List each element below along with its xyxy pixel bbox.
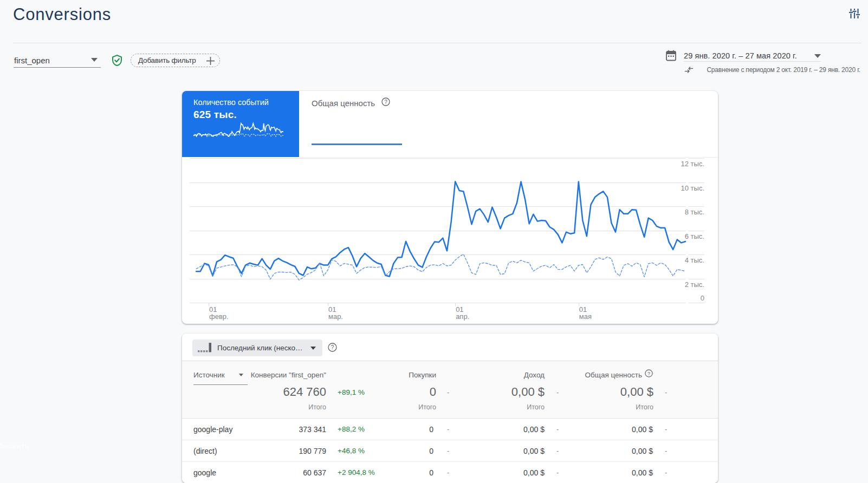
date-range-picker[interactable]: 29 янв. 2020 г. – 27 мая 2020 г. xyxy=(684,51,821,62)
column-header-conversions[interactable]: Конверсии "first_open" xyxy=(250,371,326,379)
chevron-down-icon xyxy=(239,374,243,376)
svg-text:?: ? xyxy=(647,370,650,376)
table-row[interactable]: google-play373 341+88,2 %0-0,00 $-0,00 $… xyxy=(182,419,718,440)
page-title: Conversions xyxy=(13,5,111,24)
customize-report-button[interactable] xyxy=(847,6,862,21)
row-total_value: 0,00 $ xyxy=(572,447,653,455)
svg-text:12 тыс.: 12 тыс. xyxy=(681,160,704,168)
svg-text:?: ? xyxy=(331,344,334,350)
total-total-value: 0,00 $ xyxy=(599,385,653,399)
column-header-total-value[interactable]: Общая ценность xyxy=(566,371,642,379)
add-filter-label: Добавить фильтр xyxy=(138,56,196,64)
tune-icon xyxy=(847,6,862,21)
table-row[interactable]: google60 637+2 904,8 %0-0,00 $-0,00 $- xyxy=(182,462,718,483)
row-revenue: 0,00 $ xyxy=(463,447,545,455)
row-purchases: 0 xyxy=(352,468,433,477)
tab-event-count[interactable]: Количество событий 625 тыс. xyxy=(182,91,299,157)
svg-text:4 тыс.: 4 тыс. xyxy=(685,256,704,264)
row-revenue: 0,00 $ xyxy=(463,468,545,477)
row-conversions: 373 341 xyxy=(245,425,326,434)
svg-text:мая: мая xyxy=(579,312,592,321)
row-source: google-play xyxy=(193,425,232,434)
row-purchases_delta: - xyxy=(447,447,449,455)
column-header-revenue[interactable]: Доход xyxy=(490,371,545,379)
help-icon[interactable]: ? xyxy=(328,343,337,352)
svg-text:8 тыс.: 8 тыс. xyxy=(685,208,704,216)
svg-text:февр.: февр. xyxy=(209,312,229,321)
column-header-purchases[interactable]: Покупки xyxy=(382,371,436,379)
total-revenue: 0,00 $ xyxy=(490,385,545,399)
plus-icon xyxy=(206,56,215,66)
svg-text:мар.: мар. xyxy=(328,312,343,321)
total-purchases: 0 xyxy=(382,385,436,399)
svg-text:10 тыс.: 10 тыс. xyxy=(681,184,704,192)
svg-text:2 тыс.: 2 тыс. xyxy=(685,280,704,289)
svg-text:?: ? xyxy=(384,99,387,105)
row-revenue_delta: - xyxy=(556,468,559,477)
compare-period-text: Сравнение с периодом 2 окт. 2019 г. – 29… xyxy=(707,66,860,74)
event-select-value: first_open xyxy=(14,56,50,65)
row-purchases_delta: - xyxy=(447,425,449,433)
total-conversions: 624 760 xyxy=(245,385,326,399)
total-revenue-delta: - xyxy=(556,388,559,396)
row-purchases_delta: - xyxy=(447,468,449,477)
svg-text:апр.: апр. xyxy=(456,312,469,321)
row-total_value: 0,00 $ xyxy=(572,468,653,477)
row-revenue_delta: - xyxy=(556,425,559,433)
row-revenue_delta: - xyxy=(556,447,559,455)
total-conversions-delta: +89,1 % xyxy=(338,388,365,396)
attribution-model-dropdown[interactable]: Последний клик (неско… xyxy=(192,340,322,356)
help-icon[interactable]: ? xyxy=(381,97,390,106)
attribution-model-value: Последний клик (неско… xyxy=(217,344,303,352)
add-filter-button[interactable]: Добавить фильтр xyxy=(131,54,220,67)
chevron-down-icon xyxy=(91,58,98,62)
row-conversions: 190 779 xyxy=(245,447,326,455)
sources-table-card: Последний клик (неско… ? Источник Конвер… xyxy=(182,334,718,483)
chevron-down-icon xyxy=(310,347,316,350)
total-purchases-delta: - xyxy=(447,388,449,396)
header-divider xyxy=(13,43,861,43)
table-header-totals: Источник Конверсии "first_open" Покупки … xyxy=(182,361,718,418)
tab-total-value[interactable]: Общая ценность ? xyxy=(299,91,428,157)
row-total_value_delta: - xyxy=(665,468,667,477)
compare-arrows-icon xyxy=(684,66,695,73)
row-total_value: 0,00 $ xyxy=(572,425,653,434)
timeseries-chart-card: Количество событий 625 тыс. Общая ценнос… xyxy=(182,91,718,324)
svg-text:6 тыс.: 6 тыс. xyxy=(685,232,704,240)
row-revenue: 0,00 $ xyxy=(463,425,545,434)
row-total_value_delta: - xyxy=(665,447,667,455)
event-select[interactable]: first_open xyxy=(14,51,101,68)
calendar-icon xyxy=(666,50,676,61)
help-icon[interactable]: ? xyxy=(645,369,653,377)
table-row[interactable]: (direct)190 779+46,8 %0-0,00 $-0,00 $- xyxy=(182,440,718,462)
row-purchases: 0 xyxy=(352,425,433,434)
ghost-refresh-button[interactable]: Обновить xyxy=(0,442,29,450)
svg-text:0: 0 xyxy=(701,294,704,302)
date-range-value: 29 янв. 2020 г. – 27 мая 2020 г. xyxy=(684,51,797,60)
tab-total-value-sparkline xyxy=(312,143,402,145)
row-source: (direct) xyxy=(193,447,217,455)
row-conversions: 60 637 xyxy=(245,468,326,477)
total-total-value-delta: - xyxy=(665,388,667,396)
verified-shield-icon xyxy=(111,54,123,67)
column-header-source[interactable]: Источник xyxy=(193,371,243,379)
line-chart[interactable]: 02 тыс.4 тыс.6 тыс.8 тыс.10 тыс.12 тыс.0… xyxy=(182,157,718,324)
tab-total-value-label: Общая ценность xyxy=(312,99,375,108)
sparkline-chart xyxy=(182,91,299,157)
chevron-down-icon xyxy=(814,54,821,58)
row-purchases: 0 xyxy=(352,447,433,455)
attribution-model-icon xyxy=(198,343,213,354)
row-total_value_delta: - xyxy=(665,425,667,433)
row-source: google xyxy=(193,468,216,477)
attribution-row: Последний клик (неско… ? xyxy=(182,334,718,361)
